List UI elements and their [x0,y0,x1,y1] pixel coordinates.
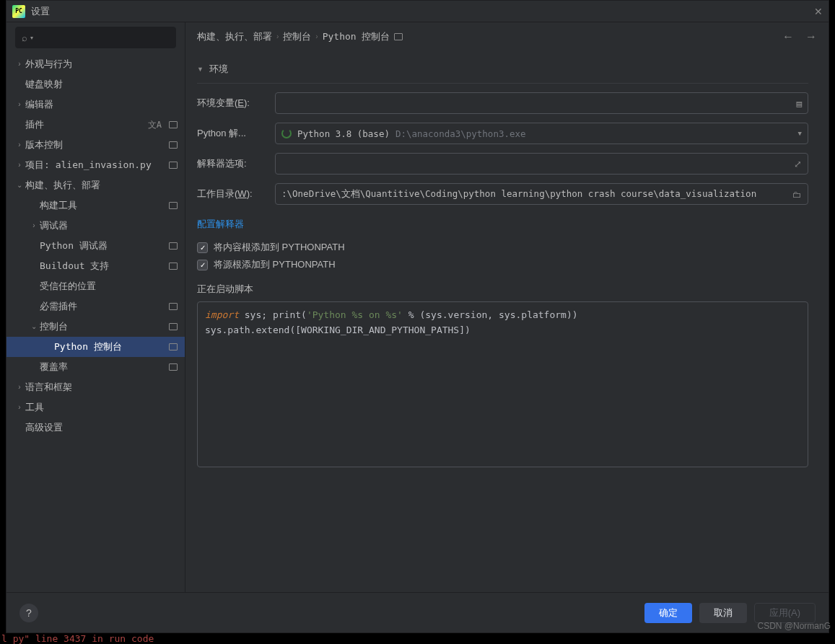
expand-icon[interactable]: ⤢ [794,159,802,169]
collapse-icon: ▼ [197,66,204,73]
chevron-right-icon: › [14,383,25,391]
interpreter-path: D:\anaconda3\python3.exe [395,128,526,139]
sidebar-item-label: 调试器 [40,219,178,232]
sidebar-item[interactable]: ›调试器 [6,216,185,236]
crumb-2[interactable]: Python 控制台 [323,30,390,43]
language-icon: 文A [148,119,162,131]
sidebar-item-label: Python 调试器 [40,239,166,252]
scope-badge-icon [169,303,178,310]
startup-script-label: 正在启动脚本 [197,283,808,296]
workdir-value: :\OneDrive\文档\Quantitive\Coding\python l… [281,188,787,200]
cancel-button[interactable]: 取消 [699,603,747,623]
sidebar-item-label: 工具 [25,401,178,414]
section-header-environment[interactable]: ▼ 环境 [197,58,808,84]
scope-badge-icon [169,263,178,270]
dropdown-icon: ▾ [30,35,33,41]
sidebar-item-label: 构建、执行、部署 [25,179,178,192]
configure-interpreter-link[interactable]: 配置解释器 [197,218,244,231]
chevron-right-icon: › [14,141,25,149]
sidebar-item[interactable]: ⌄控制台 [6,317,185,337]
sidebar-item[interactable]: 键盘映射 [6,74,185,94]
search-field[interactable]: ⌕ ▾ [15,27,176,48]
sidebar-item[interactable]: Python 调试器 [6,236,185,256]
sidebar-item[interactable]: 覆盖率 [6,357,185,377]
workdir-label: 工作目录(W): [197,188,268,200]
sidebar: ⌕ ▾ ›外观与行为键盘映射›编辑器插件文A›版本控制›项目: alien_in… [6,22,185,592]
checkbox-content-roots[interactable]: ✓ [197,242,208,253]
sidebar-item-label: 编辑器 [25,98,178,111]
interpreter-dropdown[interactable]: Python 3.8 (base) D:\anaconda3\python3.e… [275,123,808,144]
sidebar-item[interactable]: 插件文A [6,115,185,135]
startup-script-editor[interactable]: import sys; print('Python %s on %s' % (s… [197,301,808,467]
list-icon[interactable]: ▤ [796,98,802,109]
sidebar-item-label: 覆盖率 [40,361,166,374]
section-title: 环境 [209,63,228,76]
sidebar-item[interactable]: ›工具 [6,397,185,418]
sidebar-item-label: 插件 [25,118,148,131]
watermark: CSDN @NormanG [757,621,831,631]
search-input[interactable] [36,32,170,43]
chevron-right-icon: › [276,32,279,40]
scope-badge-icon [169,162,178,169]
settings-dialog: PC 设置 ✕ ⌕ ▾ ›外观与行为键盘映射›编辑器插件文A›版本控制›项目: … [6,0,829,633]
env-vars-field[interactable]: ▤ [275,92,808,114]
sidebar-item[interactable]: 构建工具 [6,195,185,216]
dialog-body: ⌕ ▾ ›外观与行为键盘映射›编辑器插件文A›版本控制›项目: alien_in… [6,22,829,592]
folder-icon[interactable]: 🗀 [792,189,802,200]
sidebar-item-label: Python 控制台 [54,340,166,353]
checkbox-source-roots[interactable]: ✓ [197,260,208,270]
sidebar-item[interactable]: ›版本控制 [6,135,185,155]
checkbox-source-roots-label: 将源根添加到 PYTHONPATH [214,258,336,271]
chevron-down-icon: ⌄ [14,181,25,189]
settings-tree[interactable]: ›外观与行为键盘映射›编辑器插件文A›版本控制›项目: alien_invasi… [6,54,185,592]
close-icon[interactable]: ✕ [814,6,823,17]
sidebar-item[interactable]: ›语言和框架 [6,377,185,397]
chevron-right-icon: › [14,403,25,411]
search-icon: ⌕ [22,32,27,43]
dialog-footer: ? 确定 取消 应用(A) [6,592,829,632]
sidebar-item-label: 键盘映射 [25,78,178,91]
sidebar-item[interactable]: ›编辑器 [6,94,185,115]
checkbox-content-roots-label: 将内容根添加到 PYTHONPATH [214,241,345,254]
sidebar-item[interactable]: 高级设置 [6,418,185,438]
titlebar: PC 设置 ✕ [6,1,829,22]
apply-button: 应用(A) [754,603,816,623]
sidebar-item-label: Buildout 支持 [40,260,166,273]
sidebar-item[interactable]: ⌄构建、执行、部署 [6,175,185,195]
crumb-0[interactable]: 构建、执行、部署 [197,30,272,43]
ok-button[interactable]: 确定 [644,603,692,623]
sidebar-item-label: 构建工具 [40,199,166,212]
sidebar-item[interactable]: ›项目: alien_invasion.py [6,155,185,175]
loading-spinner-icon [281,128,292,138]
sidebar-item[interactable]: Python 控制台 [6,337,185,357]
sidebar-item[interactable]: 受信任的位置 [6,276,185,296]
scope-badge-icon [169,363,178,371]
interpreter-name: Python 3.8 (base) [297,128,390,139]
main-panel: 构建、执行、部署 › 控制台 › Python 控制台 ← → ▼ 环境 [185,22,829,592]
chevron-down-icon[interactable]: ▼ [798,130,802,137]
sidebar-item-label: 版本控制 [25,138,166,151]
workdir-field[interactable]: :\OneDrive\文档\Quantitive\Coding\python l… [275,183,808,205]
nav-back-icon[interactable]: ← [782,30,794,43]
interp-options-label: 解释器选项: [197,157,268,170]
scope-badge-icon [169,121,178,128]
sidebar-item-label: 控制台 [40,320,166,333]
sidebar-item-label: 外观与行为 [25,58,178,71]
sidebar-item-label: 受信任的位置 [40,280,178,293]
content-area: ▼ 环境 环境变量(E): ▤ Python 解... [185,51,829,592]
sidebar-item-label: 高级设置 [25,421,178,434]
scope-badge-icon [169,343,178,350]
scope-badge-icon [169,202,178,209]
sidebar-item-label: 语言和框架 [25,381,178,394]
chevron-right-icon: › [14,60,25,68]
sidebar-item[interactable]: Buildout 支持 [6,256,185,276]
crumb-1[interactable]: 控制台 [283,30,311,43]
nav-forward-icon[interactable]: → [805,30,817,43]
scope-badge-icon [169,242,178,250]
interp-options-field[interactable]: ⤢ [275,153,808,175]
sidebar-item[interactable]: 必需插件 [6,296,185,317]
scope-badge-icon [169,141,178,149]
sidebar-item[interactable]: ›外观与行为 [6,54,185,74]
help-button[interactable]: ? [19,604,38,622]
breadcrumb: 构建、执行、部署 › 控制台 › Python 控制台 ← → [185,22,829,51]
